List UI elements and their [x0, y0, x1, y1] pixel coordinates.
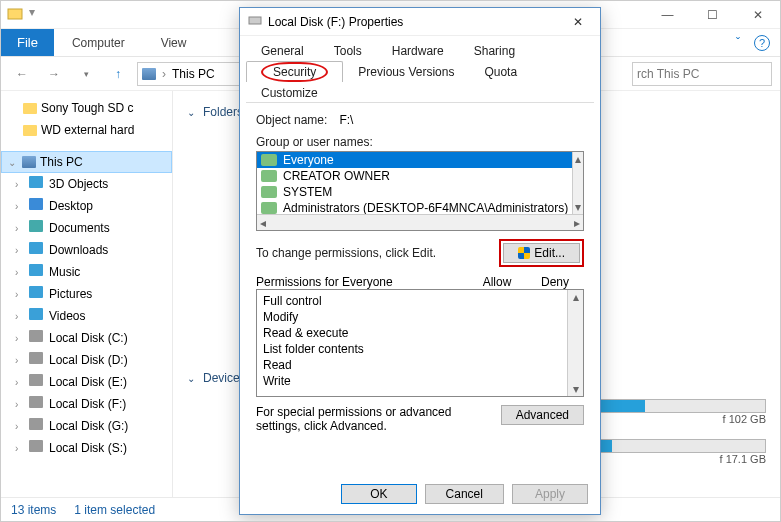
highlight-box: Edit... — [499, 239, 584, 267]
chevron-right-icon[interactable]: › — [15, 289, 25, 300]
advanced-button[interactable]: Advanced — [501, 405, 584, 425]
chevron-right-icon[interactable]: › — [15, 443, 25, 454]
properties-dialog: Local Disk (F:) Properties ✕ General Too… — [239, 7, 601, 515]
navigation-pane[interactable]: Sony Tough SD c WD external hard ⌄This P… — [1, 91, 173, 497]
users-icon — [261, 186, 277, 198]
chevron-right-icon[interactable]: › — [15, 179, 25, 190]
file-tab[interactable]: File — [1, 29, 54, 56]
close-button[interactable]: ✕ — [735, 1, 780, 29]
scroll-up-icon[interactable]: ▴ — [575, 152, 581, 166]
nav-quick-item[interactable]: Sony Tough SD c — [1, 97, 172, 119]
chevron-right-icon[interactable]: › — [15, 399, 25, 410]
tab-quota[interactable]: Quota — [469, 61, 532, 82]
highlight-circle: Security — [261, 62, 328, 82]
ok-button[interactable]: OK — [341, 484, 416, 504]
scroll-left-icon[interactable]: ◂ — [260, 216, 266, 230]
nav-item[interactable]: ›Local Disk (S:) — [1, 437, 172, 459]
nav-item[interactable]: ›Local Disk (G:) — [1, 415, 172, 437]
horizontal-scrollbar[interactable]: ◂▸ — [257, 214, 583, 230]
chevron-right-icon[interactable]: › — [15, 245, 25, 256]
tab-sharing[interactable]: Sharing — [459, 40, 530, 61]
overflow-icon[interactable]: ▾ — [29, 5, 45, 21]
svg-rect-8 — [29, 330, 43, 342]
user-list-item[interactable]: Everyone — [257, 152, 572, 168]
ribbon-expand-icon[interactable]: ˇ — [736, 36, 740, 50]
tab-strip: General Tools Hardware Sharing Security … — [240, 36, 600, 103]
chevron-right-icon[interactable]: › — [15, 267, 25, 278]
nav-item[interactable]: ›3D Objects — [1, 173, 172, 195]
nav-item[interactable]: ›Music — [1, 261, 172, 283]
svg-rect-11 — [29, 396, 43, 408]
nav-item[interactable]: ›Local Disk (D:) — [1, 349, 172, 371]
scroll-right-icon[interactable]: ▸ — [574, 216, 580, 230]
scroll-down-icon[interactable]: ▾ — [575, 200, 581, 214]
tab-previous-versions[interactable]: Previous Versions — [343, 61, 469, 82]
permission-item: List folder contents — [263, 342, 561, 358]
chevron-right-icon[interactable]: › — [15, 421, 25, 432]
help-icon[interactable]: ? — [754, 35, 770, 51]
status-selection: 1 item selected — [74, 503, 155, 517]
nav-item[interactable]: ›Local Disk (F:) — [1, 393, 172, 415]
nav-item[interactable]: ›Local Disk (C:) — [1, 327, 172, 349]
recent-dropdown-icon[interactable]: ▾ — [73, 61, 99, 87]
chevron-down-icon[interactable]: ⌄ — [187, 373, 197, 384]
nav-this-pc[interactable]: ⌄This PC — [1, 151, 172, 173]
tab-general[interactable]: General — [246, 40, 319, 61]
chevron-right-icon[interactable]: › — [15, 355, 25, 366]
cancel-button[interactable]: Cancel — [425, 484, 504, 504]
apply-button[interactable]: Apply — [512, 484, 588, 504]
up-button[interactable]: ↑ — [105, 61, 131, 87]
chevron-right-icon[interactable]: › — [15, 223, 25, 234]
nav-quick-item[interactable]: WD external hard — [1, 119, 172, 141]
scroll-down-icon[interactable]: ▾ — [573, 382, 579, 396]
nav-item[interactable]: ›Desktop — [1, 195, 172, 217]
minimize-button[interactable]: — — [645, 1, 690, 29]
permission-item: Modify — [263, 310, 561, 326]
tab-hardware[interactable]: Hardware — [377, 40, 459, 61]
tab-security[interactable]: Security — [246, 61, 343, 82]
users-listbox[interactable]: EveryoneCREATOR OWNERSYSTEMAdministrator… — [256, 151, 584, 231]
nav-item[interactable]: ›Videos — [1, 305, 172, 327]
chevron-right-icon[interactable]: › — [15, 333, 25, 344]
nav-item[interactable]: ›Downloads — [1, 239, 172, 261]
dialog-close-button[interactable]: ✕ — [564, 12, 592, 32]
dialog-title: Local Disk (F:) Properties — [268, 15, 564, 29]
advanced-hint: For special permissions or advanced sett… — [256, 405, 491, 433]
tab-tools[interactable]: Tools — [319, 40, 377, 61]
chevron-right-icon[interactable]: › — [15, 311, 25, 322]
svg-rect-7 — [29, 308, 43, 320]
chevron-down-icon[interactable]: ⌄ — [8, 157, 18, 168]
ribbon-tab-computer[interactable]: Computer — [54, 29, 143, 56]
user-list-item[interactable]: Administrators (DESKTOP-6F4MNCA\Administ… — [257, 200, 572, 214]
tab-customize[interactable]: Customize — [246, 82, 333, 103]
vertical-scrollbar[interactable]: ▴▾ — [572, 152, 583, 214]
drive-icon — [29, 330, 45, 346]
users-icon — [261, 170, 277, 182]
nav-item[interactable]: ›Local Disk (E:) — [1, 371, 172, 393]
edit-button[interactable]: Edit... — [503, 243, 580, 263]
drive-icon — [29, 418, 45, 434]
chevron-right-icon[interactable]: › — [15, 377, 25, 388]
ribbon-tab-view[interactable]: View — [143, 29, 205, 56]
user-list-item[interactable]: SYSTEM — [257, 184, 572, 200]
maximize-button[interactable]: ☐ — [690, 1, 735, 29]
search-input[interactable]: rch This PC — [632, 62, 772, 86]
drive-icon — [29, 396, 45, 412]
status-item-count: 13 items — [11, 503, 56, 517]
nav-item[interactable]: ›Documents — [1, 217, 172, 239]
dialog-title-bar[interactable]: Local Disk (F:) Properties ✕ — [240, 8, 600, 36]
edit-hint: To change permissions, click Edit. — [256, 246, 436, 260]
svg-rect-5 — [29, 264, 43, 276]
vertical-scrollbar[interactable]: ▴▾ — [567, 290, 583, 396]
chevron-right-icon[interactable]: › — [15, 201, 25, 212]
chevron-down-icon[interactable]: ⌄ — [187, 107, 197, 118]
user-list-item[interactable]: CREATOR OWNER — [257, 168, 572, 184]
permissions-listbox[interactable]: Full controlModifyRead & executeList fol… — [256, 289, 584, 397]
scroll-up-icon[interactable]: ▴ — [573, 290, 579, 304]
users-icon — [261, 202, 277, 214]
back-button[interactable]: ← — [9, 61, 35, 87]
svg-rect-13 — [29, 440, 43, 452]
nav-item[interactable]: ›Pictures — [1, 283, 172, 305]
download-icon — [29, 242, 45, 258]
svg-rect-10 — [29, 374, 43, 386]
